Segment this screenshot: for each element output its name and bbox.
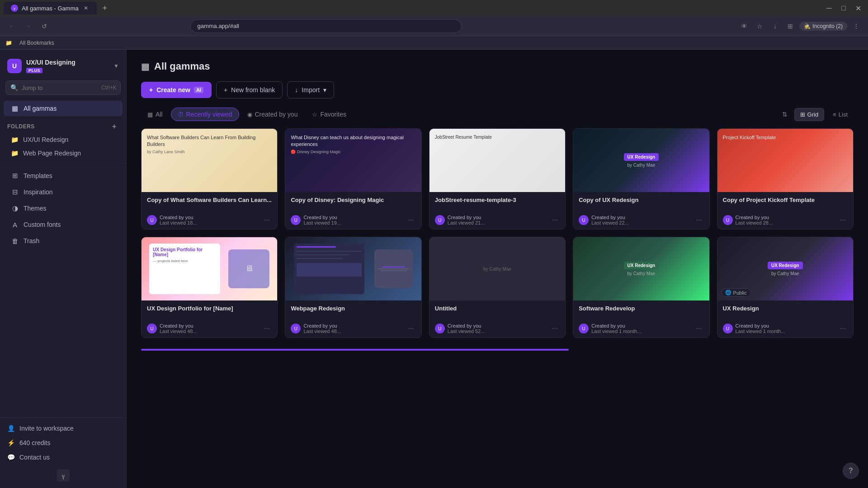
search-box[interactable]: 🔍 Ctrl+K bbox=[5, 80, 121, 95]
card-title-5: Copy of Project Kickoff Template bbox=[723, 197, 848, 211]
card-meta-3: U Created by you Last viewed 21... ··· bbox=[435, 215, 560, 225]
folder-item-uxui[interactable]: 📁 UX/UI Redesign bbox=[4, 133, 123, 146]
card-more-7[interactable]: ··· bbox=[406, 324, 415, 333]
card-body-9: Software Redevelop U Created by you Last… bbox=[573, 300, 709, 338]
author-avatar-7: U bbox=[291, 324, 301, 333]
gamma-logo: γ bbox=[56, 468, 71, 483]
workspace-initial: U bbox=[12, 62, 17, 70]
address-bar[interactable]: gamma.app/#all bbox=[190, 19, 462, 33]
star-icon[interactable]: ☆ bbox=[753, 20, 766, 33]
inspiration-label: Inspiration bbox=[24, 188, 53, 196]
card-thumb-1: What Software Builders Can Learn From Bu… bbox=[142, 129, 277, 192]
browser-toolbar: ← → ↺ gamma.app/#all 👁 ☆ ↓ ⊞ 🕵 Incognito… bbox=[0, 16, 868, 36]
card-author-1: U Created by you Last viewed 18... bbox=[147, 215, 197, 225]
card-meta-8: U Created by you Last viewed 52... ··· bbox=[435, 323, 560, 334]
trash-icon: 🗑 bbox=[11, 237, 19, 245]
filter-tab-created-by-you[interactable]: ◉ Created by you bbox=[241, 108, 304, 121]
author-info-3: Created by you Last viewed 21... bbox=[448, 215, 485, 225]
filter-tab-all[interactable]: ▦ All bbox=[141, 108, 169, 121]
new-tab-button[interactable]: + bbox=[99, 2, 111, 14]
card-more-8[interactable]: ··· bbox=[550, 324, 560, 333]
back-button[interactable]: ← bbox=[5, 20, 18, 33]
sidebar-item-templates[interactable]: ⊞ Templates bbox=[4, 168, 123, 183]
card-1[interactable]: What Software Builders Can Learn From Bu… bbox=[141, 128, 278, 230]
card-meta-7: U Created by you Last viewed 48... ··· bbox=[291, 323, 415, 334]
card-4[interactable]: UX Redesign by Cathy Mae Copy of UX Rede… bbox=[573, 128, 709, 230]
folder-item-webpage[interactable]: 📁 Web Page Redesign bbox=[4, 147, 123, 160]
folders-section-header: Folders + bbox=[0, 117, 126, 133]
new-from-blank-button[interactable]: + New from blank bbox=[216, 81, 283, 99]
card-body-3: JobStreet-resume-template-3 U Created by… bbox=[429, 192, 565, 229]
sidebar-item-themes[interactable]: ◑ Themes bbox=[4, 201, 123, 216]
active-tab[interactable]: γ All gammas - Gamma ✕ bbox=[4, 2, 97, 14]
sidebar-item-inspiration[interactable]: ⊟ Inspiration bbox=[4, 184, 123, 200]
card-meta-4: U Created by you Last viewed 22... ··· bbox=[579, 215, 703, 225]
card-more-6[interactable]: ··· bbox=[262, 324, 272, 333]
author-info-5: Created by you Last viewed 28... bbox=[736, 215, 773, 225]
import-button[interactable]: ↓ Import ▾ bbox=[287, 81, 334, 99]
card-more-3[interactable]: ··· bbox=[550, 215, 560, 225]
sidebar-divider bbox=[0, 164, 126, 164]
card-more-9[interactable]: ··· bbox=[694, 324, 703, 333]
menu-icon[interactable]: ⋮ bbox=[850, 20, 863, 33]
reload-button[interactable]: ↺ bbox=[38, 20, 51, 33]
close-button[interactable]: ✕ bbox=[852, 2, 864, 14]
author-avatar-3: U bbox=[435, 215, 445, 225]
card-author-10: U Created by you Last viewed 1 month... bbox=[723, 323, 785, 334]
invite-to-workspace-item[interactable]: 👤 Invite to workspace bbox=[0, 421, 126, 436]
tab-close-button[interactable]: ✕ bbox=[82, 5, 90, 12]
card-thumb-5: Project Kickoff Template bbox=[717, 129, 853, 192]
card-thumb-ux-4: UX Redesign by Cathy Mae bbox=[573, 129, 709, 192]
sidebar-item-all-gammas[interactable]: ▦ All gammas bbox=[4, 101, 123, 116]
workspace-info: UX/UI Designing PLUS bbox=[26, 59, 109, 73]
forward-button[interactable]: → bbox=[22, 20, 34, 33]
public-icon: 🌐 bbox=[725, 290, 731, 296]
help-button[interactable]: ? bbox=[843, 463, 859, 479]
card-9[interactable]: UX Redesign by Cathy Mae Software Redeve… bbox=[573, 237, 709, 338]
create-new-button[interactable]: + Create new AI bbox=[141, 82, 212, 98]
card-6[interactable]: UX Design Portfolio for [Name] — project… bbox=[141, 237, 278, 338]
recent-tab-icon: ⏱ bbox=[178, 111, 184, 118]
grid-view-button[interactable]: ⊞ Grid bbox=[794, 108, 825, 121]
list-view-button[interactable]: ≡ List bbox=[827, 108, 854, 121]
workspace-header[interactable]: U UX/UI Designing PLUS ▼ bbox=[0, 55, 126, 79]
maximize-button[interactable]: □ bbox=[837, 2, 850, 14]
card-3[interactable]: JobStreet Resume Template JobStreet-resu… bbox=[429, 128, 566, 230]
card-2[interactable]: What Disney can teach us about designing… bbox=[285, 128, 421, 230]
sort-button[interactable]: ⇅ bbox=[778, 108, 792, 121]
list-icon: ≡ bbox=[833, 111, 836, 118]
main-content: ▦ All gammas + Create new AI + New from … bbox=[127, 50, 868, 488]
card-5[interactable]: Project Kickoff Template Copy of Project… bbox=[717, 128, 854, 230]
eye-icon[interactable]: 👁 bbox=[738, 20, 750, 33]
filter-tab-recently-viewed[interactable]: ⏱ Recently viewed bbox=[171, 108, 239, 121]
download-icon[interactable]: ↓ bbox=[769, 20, 781, 33]
filter-tab-favorites[interactable]: ☆ Favorites bbox=[306, 108, 353, 121]
card-7[interactable]: Webpage Redesign U Created by you Last v… bbox=[285, 237, 421, 338]
card-title-6: UX Design Portfolio for [Name] bbox=[147, 305, 272, 319]
chevron-down-icon: ▼ bbox=[113, 63, 119, 69]
card-author-3: U Created by you Last viewed 21... bbox=[435, 215, 485, 225]
sidebar-item-trash[interactable]: 🗑 Trash bbox=[4, 233, 123, 249]
minimize-button[interactable]: ─ bbox=[823, 2, 835, 14]
card-more-1[interactable]: ··· bbox=[262, 215, 272, 225]
card-more-2[interactable]: ··· bbox=[406, 215, 415, 225]
card-more-10[interactable]: ··· bbox=[838, 324, 848, 333]
search-input[interactable] bbox=[22, 84, 98, 91]
incognito-label: Incognito (2) bbox=[812, 23, 843, 29]
author-avatar-10: U bbox=[723, 324, 733, 333]
card-10[interactable]: UX Redesign by Cathy Mae 🌐 Public UX Red… bbox=[717, 237, 854, 338]
bookmarks-folder-icon: 📁 bbox=[5, 40, 12, 46]
card-more-5[interactable]: ··· bbox=[838, 215, 848, 225]
all-tab-icon: ▦ bbox=[147, 111, 153, 118]
card-more-4[interactable]: ··· bbox=[694, 215, 703, 225]
add-folder-button[interactable]: + bbox=[110, 122, 119, 131]
credits-item[interactable]: ⚡ 640 credits bbox=[0, 436, 126, 450]
contact-us-item[interactable]: 💬 Contact us bbox=[0, 450, 126, 465]
card-8[interactable]: by Cathy Mae Untitled U Created by you L… bbox=[429, 237, 566, 338]
gammas-grid: What Software Builders Can Learn From Bu… bbox=[141, 128, 854, 338]
card-thumb-2: What Disney can teach us about designing… bbox=[285, 129, 421, 192]
card-author-9: U Created by you Last viewed 1 month... bbox=[579, 323, 641, 334]
sidebar-item-custom-fonts[interactable]: A Custom fonts bbox=[4, 217, 123, 232]
card-title-8: Untitled bbox=[435, 305, 560, 319]
extension-icon[interactable]: ⊞ bbox=[784, 20, 797, 33]
